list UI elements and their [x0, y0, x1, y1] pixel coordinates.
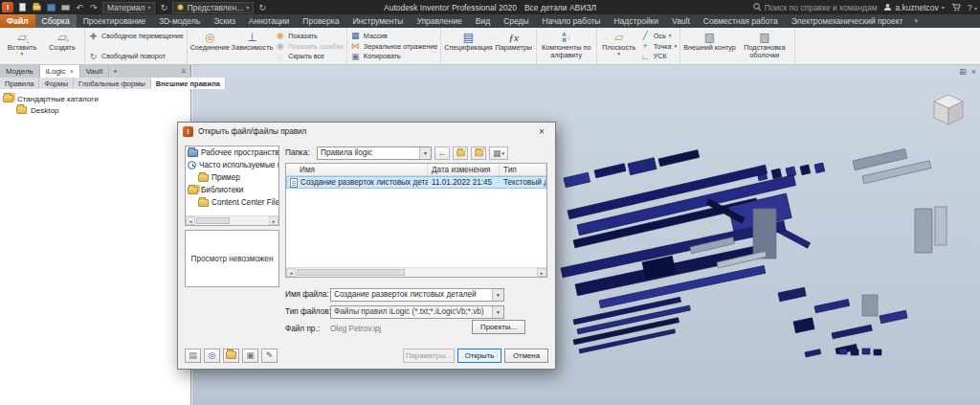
browser-menu-icon[interactable]: ≡ — [177, 65, 190, 78]
add-panel-icon[interactable]: + — [109, 65, 121, 78]
material-refresh-icon[interactable]: ↻ — [158, 2, 169, 13]
appearance-refresh-icon[interactable]: ↻ — [256, 2, 268, 13]
work-axis-button[interactable]: ╱ Ось ▾ — [640, 31, 677, 41]
tab-view[interactable]: Вид — [469, 14, 497, 28]
copy-button[interactable]: ▣ Копировать — [350, 51, 437, 61]
place-recent-folders[interactable]: Часто используемые папки — [186, 159, 278, 171]
tab-vault[interactable]: Vault — [665, 14, 697, 28]
file-row-selected[interactable]: Создание разверток листовых деталей 11.0… — [286, 176, 546, 189]
new-file-icon[interactable] — [16, 2, 28, 13]
constrain-button[interactable]: ⊥ Зависимость — [232, 29, 273, 63]
dialog-close-button[interactable]: × — [533, 124, 550, 138]
view-menu-button[interactable]: ▦▾ — [489, 146, 508, 160]
parameters-button[interactable]: ƒx Параметры — [495, 29, 533, 63]
doc-restore-icon[interactable]: ⊞ — [959, 67, 967, 77]
panel-tab-ilogic[interactable]: iLogic × — [40, 65, 80, 78]
tab-manage[interactable]: Управление — [410, 14, 468, 28]
help-search-box[interactable]: Поиск по справке и командам — [753, 3, 878, 12]
back-button[interactable]: ← — [434, 146, 450, 160]
scroll-right-icon[interactable]: ▸ — [537, 268, 546, 277]
ilogic-tab-global-forms[interactable]: Глобальные формы — [74, 78, 151, 89]
app-store-icon[interactable] — [951, 3, 961, 11]
inventor-logo-icon[interactable]: I — [2, 2, 13, 12]
scroll-left-icon[interactable]: ◂ — [186, 216, 195, 225]
work-plane-button[interactable]: ▱ Плоскость ▾ — [600, 29, 638, 63]
tab-tools[interactable]: Инструменты — [345, 14, 410, 28]
alphabetic-components-button[interactable]: АЯ↓ Компоненты по алфавиту — [540, 29, 593, 63]
tab-collaborate[interactable]: Совместная работа — [697, 14, 785, 28]
free-move-button[interactable]: ✚ Свободное перемещение — [88, 31, 184, 41]
view-cube[interactable] — [926, 88, 970, 132]
find-button[interactable]: ◎ — [204, 349, 220, 363]
view-list-button[interactable]: ▤ — [185, 349, 201, 363]
scrollbar-thumb[interactable] — [196, 217, 230, 224]
tab-file[interactable]: Файл — [0, 14, 35, 28]
tree-item-desktop[interactable]: Desktop — [3, 104, 188, 116]
tab-design[interactable]: Проектирование — [77, 14, 153, 28]
shrinkwrap-button[interactable]: ▨ Подстановка оболочки — [738, 29, 791, 63]
file-name-combobox[interactable]: Создание разверток листовых деталей ▼ — [330, 288, 504, 302]
column-header-name[interactable]: Имя — [286, 164, 428, 175]
ilogic-tab-forms[interactable]: Формы — [39, 78, 74, 89]
new-folder-button[interactable]: + — [471, 146, 486, 160]
tab-3d-model[interactable]: 3D-модель — [152, 14, 207, 28]
place-libraries[interactable]: Библиотеки — [186, 184, 278, 196]
appearance-dropdown[interactable]: Представлен... ▾ — [172, 2, 254, 13]
place-example[interactable]: Пример — [186, 171, 278, 184]
tab-inspect[interactable]: Проверка — [296, 14, 345, 28]
hide-all-button[interactable]: ◌ Скрыть все — [275, 51, 344, 61]
tab-environments[interactable]: Среды — [497, 14, 535, 28]
column-header-date[interactable]: Дата изменения — [428, 164, 500, 175]
undo-icon[interactable]: ↶ — [74, 2, 85, 13]
envelope-button[interactable]: ▧ Внешний контур — [683, 29, 736, 63]
tab-annotate[interactable]: Аннотации — [242, 14, 297, 28]
tab-get-started[interactable]: Начало работы — [536, 14, 608, 28]
places-horizontal-scrollbar[interactable]: ◂ ▸ — [186, 215, 278, 225]
material-dropdown[interactable]: Материал ▾ — [102, 2, 155, 13]
print-icon[interactable] — [59, 2, 71, 13]
scroll-left-icon[interactable]: ◂ — [286, 268, 296, 277]
tree-item-standard-catalogs[interactable]: Стандартные каталоги — [3, 93, 188, 104]
bom-button[interactable]: ▤ Спецификация — [444, 29, 492, 63]
open-icon[interactable] — [31, 2, 42, 13]
scroll-right-icon[interactable]: ▸ — [269, 216, 278, 225]
pattern-button[interactable]: ▦ Массив — [350, 31, 437, 41]
up-one-level-button[interactable]: ↑ — [453, 146, 468, 160]
joint-button[interactable]: ◎ Соединение — [190, 29, 230, 63]
folder-combobox[interactable]: Правила ilogic ▼ — [317, 146, 432, 160]
doc-close-icon[interactable]: × — [971, 67, 976, 77]
user-account-button[interactable]: a.kuznetcov ▾ — [883, 3, 944, 12]
panel-tab-vault[interactable]: Vault — [80, 65, 110, 78]
scrollbar-thumb[interactable] — [297, 269, 405, 276]
place-workspace[interactable]: Рабочее пространство — [186, 146, 278, 159]
cancel-button[interactable]: Отмена — [504, 349, 548, 363]
free-rotate-button[interactable]: ↻ Свободный поворот — [88, 51, 184, 61]
edit-rule-button[interactable]: ✎ — [261, 349, 278, 363]
close-icon[interactable]: × — [70, 68, 74, 75]
column-header-type[interactable]: Тип — [500, 164, 546, 175]
place-content-center-files[interactable]: Content Center Files — [186, 196, 278, 209]
work-point-button[interactable]: + Точка ▾ — [640, 41, 677, 52]
help-menu-button[interactable]: ? ▾ — [968, 3, 977, 12]
mirror-button[interactable]: ⋈ Зеркальное отражение — [350, 41, 437, 52]
save-icon[interactable] — [45, 2, 56, 13]
tab-add-ins[interactable]: Надстройки — [607, 14, 665, 28]
file-list-horizontal-scrollbar[interactable]: ◂ ▸ — [286, 267, 546, 277]
redo-icon[interactable]: ↷ — [88, 2, 100, 13]
open-folder-button[interactable] — [223, 349, 239, 363]
ribbon-collapse-icon[interactable]: ▾ — [909, 14, 923, 28]
ucs-button[interactable]: ∟ УСК — [640, 51, 677, 61]
ilogic-tab-external-rules[interactable]: Внешние правила — [151, 78, 226, 89]
tab-assembly[interactable]: Сборка — [35, 14, 77, 28]
create-component-button[interactable]: ▱+ Создать — [43, 29, 81, 63]
insert-component-button[interactable]: ▱↓ Вставить ▾ — [3, 29, 41, 63]
show-relationships-button[interactable]: ◉ Показать — [275, 31, 344, 41]
part-library-button[interactable]: ▣ — [242, 349, 258, 363]
panel-tab-model[interactable]: Модель — [0, 65, 40, 78]
file-type-combobox[interactable]: Файлы правил iLogic (*.txt;*.iLogicVb;*.… — [330, 305, 504, 319]
open-button[interactable]: Открыть — [457, 349, 501, 363]
projects-button[interactable]: Проекты... — [472, 320, 525, 334]
tab-electromechanical[interactable]: Электромеханический проект — [785, 14, 910, 28]
tab-sketch[interactable]: Эскиз — [207, 14, 242, 28]
ilogic-tab-rules[interactable]: Правила — [0, 78, 39, 89]
